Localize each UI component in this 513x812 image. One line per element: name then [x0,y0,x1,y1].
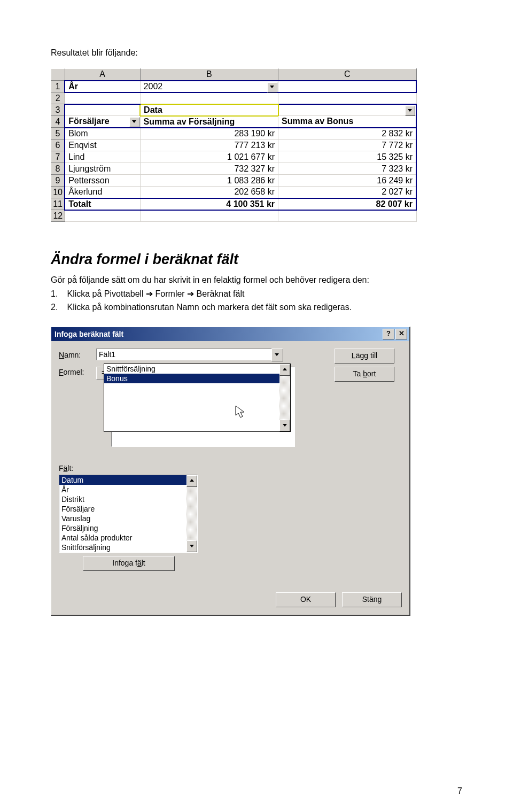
dropdown-item[interactable]: Snittförsäljning [104,364,279,374]
list-item[interactable]: Antal sålda produkter [59,533,186,543]
row-header: 11 [51,198,65,210]
col-header-b: B [140,69,278,81]
table-cell-sales: 283 190 kr [140,128,278,140]
row-header: 10 [51,187,65,198]
table-cell-sales: 1 083 286 kr [140,175,278,187]
step-1: 1. Klicka på Pivottabell ➔ Formler ➔ Ber… [51,288,462,300]
cell-b4: Summa av Försäljning [140,116,278,128]
cell [65,92,140,104]
row-header: 4 [51,116,65,128]
dropdown-item-selected[interactable]: Bonus [104,374,279,383]
cell [140,210,278,222]
list-item[interactable]: Snittförsäljning [59,543,186,552]
step2-text: Klicka på kombinationsrutan Namn och mar… [67,303,352,312]
col-header-a: A [65,69,140,81]
dropdown-icon[interactable] [405,106,415,116]
table-cell-name: Lind [65,151,140,163]
section-intro: Gör på följande sätt om du har skrivit i… [51,274,462,286]
intro-text: Resultatet blir följande: [51,48,462,58]
step1-part-b: Formler [156,289,188,298]
table-cell-bonus: 7 772 kr [278,140,416,151]
dropdown-icon[interactable] [267,82,277,92]
fields-listbox[interactable]: Datum År Distrikt Försäljare Varuslag Fö… [59,475,198,553]
list-item-selected[interactable]: Datum [59,475,186,485]
cell [65,210,140,222]
table-cell-sales: 777 213 kr [140,140,278,151]
scroll-up-icon[interactable] [279,364,290,376]
name-combo[interactable]: Fält1 [96,349,283,361]
dropdown-scrollbar[interactable] [279,364,290,431]
fields-scrollbar[interactable] [186,475,197,552]
insert-field-button[interactable]: Infoga fält [83,556,175,571]
list-item[interactable]: Försäljare [59,504,186,514]
arrow-icon: ➔ [146,289,153,298]
close-dialog-button[interactable]: Stäng [342,592,402,607]
insert-btn-post: lt [142,559,145,567]
list-item[interactable]: Varuslag [59,514,186,523]
list-item[interactable]: Försäljning [59,523,186,533]
table-cell-sales: 732 327 kr [140,163,278,175]
table-cell-name: Ljungström [65,163,140,175]
add-button[interactable]: Lägg till [335,349,394,364]
scroll-down-icon[interactable] [186,540,197,552]
section-heading: Ändra formel i beräknat fält [51,251,462,268]
table-cell-name: Åkerlund [65,187,140,198]
select-all-cell [51,69,65,81]
arrow-icon: ➔ [187,289,194,298]
cell-b1: 2002 [140,81,278,92]
calculated-field-dialog: Infoga beräknat fält ? ✕ Namn: Fält1 Läg… [51,327,410,616]
fields-label: Fält: [59,464,96,473]
delete-btn-pre: Ta [353,369,363,378]
combo-dropdown-icon[interactable] [271,349,283,361]
table-cell-name: Enqvist [65,140,140,151]
total-bonus: 82 007 kr [278,198,416,210]
step-2: 2. Klicka på kombinationsrutan Namn och … [51,301,462,313]
name-dropdown-list[interactable]: Snittförsäljning Bonus [104,364,291,432]
row-header: 6 [51,140,65,151]
cell [140,92,278,104]
cell-b3: Data [140,104,278,116]
table-cell-bonus: 16 249 kr [278,175,416,187]
name-input[interactable]: Fält1 [96,349,271,360]
cursor-icon [235,405,248,420]
list-item[interactable]: År [59,485,186,494]
row-header: 9 [51,175,65,187]
row-header: 7 [51,151,65,163]
table-cell-bonus: 15 325 kr [278,151,416,163]
table-cell-sales: 202 658 kr [140,187,278,198]
cell-b1-text: 2002 [144,82,163,91]
cell-a4: Försäljare [65,116,140,128]
insert-btn-pre: Infoga f [112,559,137,567]
close-button[interactable]: ✕ [395,329,407,339]
cell-c1 [278,81,416,92]
row-header: 8 [51,163,65,175]
row-header: 12 [51,210,65,222]
delete-btn-u: b [363,369,367,378]
delete-button[interactable]: Ta bort [335,367,394,382]
scroll-track[interactable] [279,376,290,420]
total-sales: 4 100 351 kr [140,198,278,210]
row-header: 3 [51,104,65,116]
cell [278,92,416,104]
help-button[interactable]: ? [383,329,394,339]
scroll-track[interactable] [186,487,197,540]
table-cell-name: Pettersson [65,175,140,187]
cell [65,104,140,116]
cell-c4: Summa av Bonus [278,116,416,128]
dropdown-icon[interactable] [129,117,139,127]
table-cell-bonus: 7 323 kr [278,163,416,175]
ok-button[interactable]: OK [276,592,336,607]
cell-c3 [278,104,416,116]
name-label: Namn: [59,351,96,359]
cell [278,210,416,222]
table-cell-name: Blom [65,128,140,140]
dialog-body: Namn: Fält1 Lägg till Snittförsäljning B… [51,341,409,615]
scroll-up-icon[interactable] [186,475,197,487]
fields-section: Fält: Datum År Distrikt Försäljare Varus… [59,464,402,571]
scroll-down-icon[interactable] [279,420,290,431]
table-cell-bonus: 2 832 kr [278,128,416,140]
row-header: 2 [51,92,65,104]
list-item[interactable]: Distrikt [59,494,186,504]
cell-a4-text: Försäljare [68,117,109,126]
name-row: Namn: Fält1 Lägg till Snittförsäljning B… [59,349,402,361]
